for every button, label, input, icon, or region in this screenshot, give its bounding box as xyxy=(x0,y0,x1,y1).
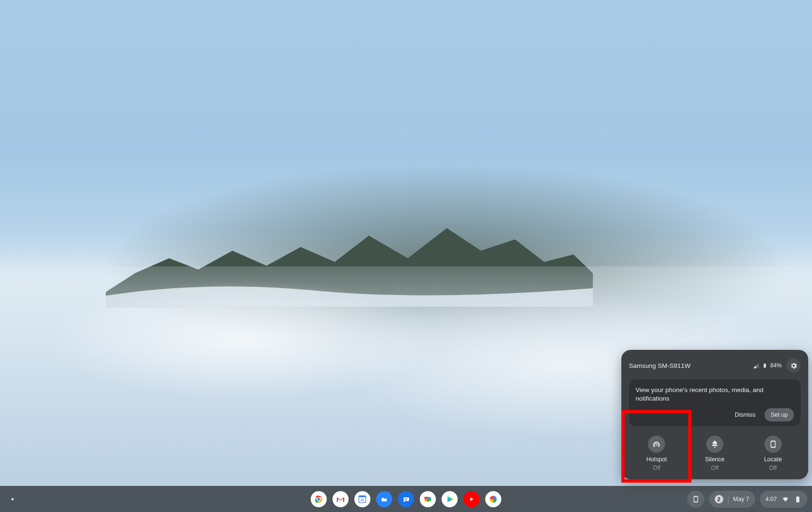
phone-hub-toggle-row: Hotspot Off Silence Off Locate Off xyxy=(629,434,801,472)
svg-rect-9 xyxy=(405,498,408,499)
locate-toggle[interactable]: Locate Off xyxy=(745,434,801,472)
calendar-icon: 31 xyxy=(357,494,368,504)
shelf: 31 xyxy=(0,486,812,512)
dismiss-button[interactable]: Dismiss xyxy=(729,408,762,421)
locate-toggle-status: Off xyxy=(769,465,777,471)
messages-icon xyxy=(401,494,411,504)
phone-hub-setup-card: View your phone's recent photos, media, … xyxy=(629,379,801,426)
locate-icon xyxy=(769,440,777,448)
calendar-date-tray[interactable]: 2 May 7 xyxy=(709,491,755,508)
silence-toggle-status: Off xyxy=(711,465,719,471)
silence-toggle-label: Silence xyxy=(705,457,725,463)
phone-icon xyxy=(692,495,700,503)
app-calendar[interactable]: 31 xyxy=(354,491,370,507)
hotspot-toggle[interactable]: Hotspot Off xyxy=(629,434,684,472)
wifi-icon xyxy=(782,495,789,503)
gear-icon xyxy=(790,362,798,370)
phone-hub-tray-button[interactable] xyxy=(687,491,704,508)
gmail-icon xyxy=(335,494,346,504)
phone-hub-device-name: Samsung SM-S911W xyxy=(629,362,748,369)
phone-hub-setup-message: View your phone's recent photos, media, … xyxy=(636,386,794,403)
svg-text:31: 31 xyxy=(360,498,364,501)
hotspot-toggle-status: Off xyxy=(653,465,660,471)
silence-toggle[interactable]: Silence Off xyxy=(687,434,743,472)
battery-icon xyxy=(794,495,802,503)
battery-icon xyxy=(762,362,767,369)
phone-hub-status-icons: 84% xyxy=(753,362,782,369)
youtube-icon xyxy=(466,494,477,504)
notification-count-badge: 2 xyxy=(715,495,723,503)
svg-rect-10 xyxy=(405,499,407,500)
chrome-icon xyxy=(314,494,324,504)
app-messages[interactable] xyxy=(398,491,414,507)
app-youtube[interactable] xyxy=(463,491,480,507)
locate-toggle-label: Locate xyxy=(764,457,782,463)
phone-hub-header: Samsung SM-S911W 84% xyxy=(629,358,801,373)
setup-button[interactable]: Set up xyxy=(765,408,794,421)
silence-icon xyxy=(710,440,719,448)
launcher-button[interactable] xyxy=(11,498,14,500)
app-photos[interactable] xyxy=(485,491,501,507)
svg-rect-14 xyxy=(424,496,427,499)
tray-time-label: 4:07 xyxy=(766,496,777,503)
signal-icon xyxy=(753,362,759,369)
svg-rect-5 xyxy=(359,495,366,497)
app-meet[interactable] xyxy=(420,491,436,507)
app-play-store[interactable] xyxy=(442,491,458,507)
phone-hub-panel: Samsung SM-S911W 84% View your phone's r… xyxy=(621,350,808,479)
shelf-app-row: 31 xyxy=(311,491,501,507)
status-tray[interactable]: 4:07 xyxy=(760,491,807,508)
hotspot-toggle-label: Hotspot xyxy=(646,457,667,463)
phone-hub-battery-pct: 84% xyxy=(770,362,782,369)
files-icon xyxy=(379,494,389,504)
phone-hub-settings-button[interactable] xyxy=(786,358,801,373)
meet-icon xyxy=(423,494,433,504)
app-files[interactable] xyxy=(376,491,392,507)
play-icon xyxy=(444,494,455,504)
app-chrome[interactable] xyxy=(311,491,327,507)
app-gmail[interactable] xyxy=(332,491,349,507)
tray-date-label: May 7 xyxy=(733,496,749,503)
photos-icon xyxy=(488,494,498,504)
hotspot-icon xyxy=(652,440,661,448)
